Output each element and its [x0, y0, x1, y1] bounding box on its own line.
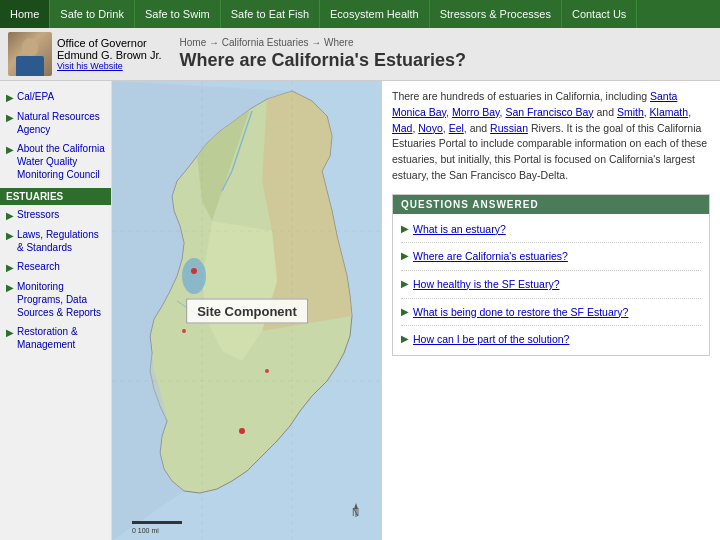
arrow-icon: ▶: [6, 229, 14, 242]
qa-link-4[interactable]: What is being done to restore the SF Est…: [413, 305, 628, 320]
arrow-icon: ▶: [6, 261, 14, 274]
qa-item-1[interactable]: ▶ What is an estuary?: [393, 218, 709, 241]
governor-name: Edmund G. Brown Jr.: [57, 49, 162, 61]
svg-point-2: [191, 268, 197, 274]
governor-title: Office of Governor: [57, 37, 162, 49]
qa-item-3[interactable]: ▶ How healthy is the SF Estuary?: [393, 273, 709, 296]
qa-item-5[interactable]: ▶ How can I be part of the solution?: [393, 328, 709, 351]
qa-item-4[interactable]: ▶ What is being done to restore the SF E…: [393, 301, 709, 324]
arrow-icon: ▶: [401, 306, 409, 317]
link-eel[interactable]: Eel: [449, 122, 464, 134]
divider: [401, 298, 701, 299]
divider: [401, 325, 701, 326]
svg-point-1: [182, 258, 206, 294]
nav-safe-swim[interactable]: Safe to Swim: [135, 0, 221, 28]
arrow-icon: ▶: [401, 278, 409, 289]
qa-link-1[interactable]: What is an estuary?: [413, 222, 506, 237]
link-russian[interactable]: Russian: [490, 122, 528, 134]
arrow-icon: ▶: [6, 91, 14, 104]
top-navigation: Home Safe to Drink Safe to Swim Safe to …: [0, 0, 720, 28]
arrow-icon: ▶: [401, 250, 409, 261]
qa-link-3[interactable]: How healthy is the SF Estuary?: [413, 277, 559, 292]
sidebar-item-research[interactable]: ▶ Research: [0, 257, 111, 277]
text-area: There are hundreds of estuaries in Calif…: [382, 81, 720, 540]
svg-point-3: [239, 428, 245, 434]
breadcrumb: Home → California Estuaries → Where: [180, 37, 466, 48]
sidebar-item-monitoring[interactable]: ▶ Monitoring Programs, Data Sources & Re…: [0, 277, 111, 322]
nav-stressors[interactable]: Stressors & Processes: [430, 0, 562, 28]
sidebar-section-estuaries: ESTUARIES: [0, 188, 111, 205]
arrow-icon: ▶: [6, 281, 14, 294]
sidebar-item-about-council[interactable]: ▶ About the California Water Quality Mon…: [0, 139, 111, 184]
sidebar-item-stressors[interactable]: ▶ Stressors: [0, 205, 111, 225]
breadcrumb-section: Home → California Estuaries → Where Wher…: [180, 37, 466, 71]
sidebar-item-laws[interactable]: ▶ Laws, Regulations & Standards: [0, 225, 111, 257]
link-noyo[interactable]: Noyo: [418, 122, 443, 134]
link-mad[interactable]: Mad: [392, 122, 412, 134]
qa-header: QUESTIONS ANSWERED: [393, 195, 709, 214]
nav-ecosystem-health[interactable]: Ecosystem Health: [320, 0, 430, 28]
arrow-icon: ▶: [401, 333, 409, 344]
site-component-label: Site Component: [186, 299, 308, 324]
main-layout: ▶ Cal/EPA ▶ Natural Resources Agency ▶ A…: [0, 81, 720, 540]
nav-safe-drink[interactable]: Safe to Drink: [50, 0, 135, 28]
divider: [401, 242, 701, 243]
divider: [401, 270, 701, 271]
qa-box: QUESTIONS ANSWERED ▶ What is an estuary?…: [392, 194, 710, 356]
sidebar-item-natural-resources[interactable]: ▶ Natural Resources Agency: [0, 107, 111, 139]
svg-point-4: [265, 369, 269, 373]
arrow-icon: ▶: [6, 326, 14, 339]
nav-contact[interactable]: Contact Us: [562, 0, 637, 28]
qa-item-2[interactable]: ▶ Where are California's estuaries?: [393, 245, 709, 268]
content-area: N 0 100 mi Site Component There are hund…: [112, 81, 720, 540]
intro-paragraph: There are hundreds of estuaries in Calif…: [392, 89, 710, 184]
svg-point-5: [182, 329, 186, 333]
governor-badge: Office of Governor Edmund G. Brown Jr. V…: [8, 32, 162, 76]
qa-link-5[interactable]: How can I be part of the solution?: [413, 332, 569, 347]
page-header: Office of Governor Edmund G. Brown Jr. V…: [0, 28, 720, 81]
map-area: N 0 100 mi Site Component: [112, 81, 382, 540]
arrow-icon: ▶: [6, 209, 14, 222]
arrow-icon: ▶: [6, 143, 14, 156]
qa-list: ▶ What is an estuary? ▶ Where are Califo…: [393, 214, 709, 355]
page-title: Where are California's Estuaries?: [180, 50, 466, 71]
link-morro-bay[interactable]: Morro Bay: [452, 106, 500, 118]
link-klamath[interactable]: Klamath: [650, 106, 689, 118]
svg-text:0    100 mi: 0 100 mi: [132, 527, 159, 534]
nav-safe-eat-fish[interactable]: Safe to Eat Fish: [221, 0, 320, 28]
arrow-icon: ▶: [6, 111, 14, 124]
link-smith[interactable]: Smith: [617, 106, 644, 118]
svg-rect-13: [132, 521, 182, 524]
arrow-icon: ▶: [401, 223, 409, 234]
nav-home[interactable]: Home: [0, 0, 50, 28]
sidebar: ▶ Cal/EPA ▶ Natural Resources Agency ▶ A…: [0, 81, 112, 540]
link-sf-bay[interactable]: San Francisco Bay: [505, 106, 593, 118]
governor-photo: [8, 32, 52, 76]
sidebar-item-calepa[interactable]: ▶ Cal/EPA: [0, 87, 111, 107]
sidebar-item-restoration[interactable]: ▶ Restoration & Management: [0, 322, 111, 354]
qa-link-2[interactable]: Where are California's estuaries?: [413, 249, 568, 264]
visit-website-link[interactable]: Visit his Website: [57, 61, 162, 71]
